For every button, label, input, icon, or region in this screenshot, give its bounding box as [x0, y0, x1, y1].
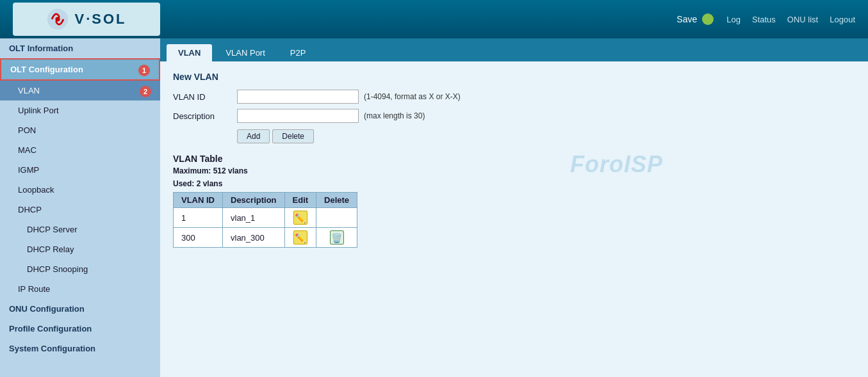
vlan-table: VLAN ID Description Edit Delete 1vlan_1✏…: [173, 192, 357, 248]
tab-p2p[interactable]: P2P: [279, 44, 318, 61]
vlan-table-title: VLAN Table: [173, 154, 855, 164]
tab-vlan[interactable]: VLAN: [167, 44, 212, 61]
sidebar-item-igmp[interactable]: IGMP: [0, 160, 160, 180]
col-delete: Delete: [316, 193, 357, 208]
vlan-table-max: Maximum: 512 vlans: [173, 166, 855, 175]
description-label: Description: [173, 111, 237, 121]
delete-row-button[interactable]: 🗑️: [330, 230, 344, 245]
vlan-id-cell: 1: [174, 208, 223, 228]
sidebar-item-dhcp-relay[interactable]: DHCP Relay: [0, 239, 160, 259]
save-button[interactable]: Save: [676, 14, 697, 24]
tab-bar: VLAN VLAN Port P2P: [160, 38, 868, 61]
delete-button[interactable]: Delete: [272, 129, 314, 143]
sidebar-item-dhcp-snooping[interactable]: DHCP Snooping: [0, 259, 160, 279]
col-description: Description: [223, 193, 285, 208]
status-link[interactable]: Status: [752, 15, 776, 24]
sidebar-item-olt-config[interactable]: OLT Configuration 1: [0, 58, 160, 81]
log-link[interactable]: Log: [726, 15, 741, 24]
add-button[interactable]: Add: [237, 129, 270, 143]
sidebar-item-mac[interactable]: MAC: [0, 140, 160, 160]
sidebar-item-profile-config[interactable]: Profile Configuration: [0, 319, 160, 339]
description-input[interactable]: [237, 109, 359, 123]
sidebar-item-loopback[interactable]: Loopback: [0, 180, 160, 200]
logo: V·SOL: [13, 3, 160, 36]
sidebar-item-olt-info[interactable]: OLT Information: [0, 38, 160, 58]
description-cell: vlan_300: [223, 228, 285, 248]
table-row: 300vlan_300✏️🗑️: [174, 228, 357, 248]
sidebar-item-onu-config[interactable]: ONU Configuration: [0, 299, 160, 319]
delete-cell: 🗑️: [316, 208, 357, 228]
sidebar-item-dhcp[interactable]: DHCP: [0, 200, 160, 220]
logo-text: V·SOL: [74, 11, 126, 28]
vlan-id-cell: 300: [174, 228, 223, 248]
vlan-badge: 2: [140, 86, 151, 97]
sidebar-item-vlan[interactable]: VLAN 2: [0, 81, 160, 100]
sidebar-item-uplink-port[interactable]: Uplink Port: [0, 100, 160, 120]
sidebar-item-pon[interactable]: PON: [0, 120, 160, 140]
vlan-id-label: VLAN ID: [173, 92, 237, 102]
table-row: 1vlan_1✏️🗑️: [174, 208, 357, 228]
vlan-table-used: Used: 2 vlans: [173, 179, 855, 188]
edit-cell: ✏️: [284, 208, 316, 228]
sidebar-item-ip-route[interactable]: IP Route: [0, 279, 160, 299]
col-edit: Edit: [284, 193, 316, 208]
sidebar: OLT Information OLT Configuration 1 VLAN…: [0, 38, 160, 377]
logout-link[interactable]: Logout: [830, 15, 855, 24]
edit-row-button[interactable]: ✏️: [293, 230, 307, 245]
description-hint: (max length is 30): [364, 111, 425, 120]
description-cell: vlan_1: [223, 208, 285, 228]
olt-config-badge: 1: [138, 65, 150, 76]
edit-row-button[interactable]: ✏️: [293, 211, 307, 225]
vlan-id-hint: (1-4094, format as X or X-X): [364, 92, 461, 101]
delete-cell: 🗑️: [316, 228, 357, 248]
vlan-id-input[interactable]: [237, 90, 359, 104]
onu-list-link[interactable]: ONU list: [787, 15, 818, 24]
sidebar-item-dhcp-server[interactable]: DHCP Server: [0, 220, 160, 239]
new-vlan-title: New VLAN: [173, 72, 855, 82]
col-vlan-id: VLAN ID: [174, 193, 223, 208]
edit-cell: ✏️: [284, 228, 316, 248]
tab-vlan-port[interactable]: VLAN Port: [214, 44, 276, 61]
status-indicator: [702, 13, 714, 25]
sidebar-item-system-config[interactable]: System Configuration: [0, 339, 160, 358]
main-content: VLAN VLAN Port P2P New VLAN VLAN ID (1-4…: [160, 38, 868, 377]
svg-point-1: [56, 17, 60, 21]
